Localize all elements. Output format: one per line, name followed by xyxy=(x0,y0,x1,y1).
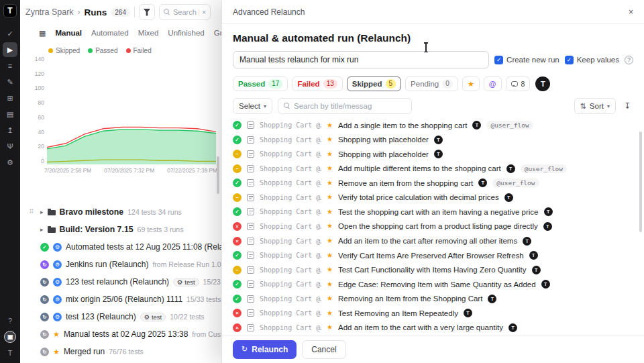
runs-search[interactable]: × xyxy=(159,4,211,20)
run-row[interactable]: ⠿ ▸ 123 test relaunch (Relaunch) test 15… xyxy=(20,273,221,291)
chevron-right-icon[interactable]: ▸ xyxy=(40,226,44,233)
tab[interactable]: Mixed xyxy=(138,29,159,37)
run-status-icon xyxy=(40,260,49,269)
status-filter-chip[interactable]: Skipped 5 xyxy=(347,76,401,91)
sidebar-icon[interactable]: ✎ xyxy=(3,74,17,89)
run-row[interactable]: ⠿ ▸ Bravo milestone 124 tests 34 runs xyxy=(20,203,221,221)
test-status-icon xyxy=(233,150,241,158)
y-tick-label: 0 xyxy=(41,158,44,164)
assignee-avatar: T xyxy=(434,150,443,158)
view-grid-icon[interactable]: ▦ xyxy=(39,29,46,38)
help-icon[interactable]: ? xyxy=(625,56,633,64)
keep-values-checkbox[interactable]: ✓ Keep values xyxy=(565,56,619,64)
test-row[interactable]: Shopping Cart @… ★ Verify total price ca… xyxy=(233,191,633,205)
sidebar-icon[interactable]: ▶ xyxy=(3,42,17,57)
sidebar-icon[interactable]: ▤ xyxy=(3,107,17,121)
test-row[interactable]: Shopping Cart @… ★ Add an item to the ca… xyxy=(233,234,633,248)
run-row[interactable]: ⠿ ▸ mix origin 25/06 (Relaunch) 1111 15/… xyxy=(20,291,221,308)
test-list-scrollbar[interactable] xyxy=(639,132,642,232)
run-type-icon xyxy=(53,348,60,356)
create-new-run-checkbox[interactable]: ✓ Create new run xyxy=(494,56,559,64)
run-row[interactable]: ⠿ ▸ test 123 (Relaunch) test 10/22 tests xyxy=(20,308,221,325)
x-tick-label: 07/20/2025 7:32 PM xyxy=(104,167,154,174)
legend-label: Failed xyxy=(133,47,152,54)
relaunch-button[interactable]: ↻ Relaunch xyxy=(233,340,297,359)
run-row[interactable]: ⠿ ▸ Build: Version 7.15 69 tests 3 runs xyxy=(20,221,221,238)
status-filter-chip[interactable]: Passed 17 xyxy=(233,76,288,91)
clear-search-icon[interactable]: × xyxy=(202,9,206,16)
filter-button[interactable] xyxy=(139,4,155,20)
sidebar-icon[interactable]: ≡ xyxy=(3,58,17,73)
sidebar-icon[interactable]: ↥ xyxy=(3,123,17,138)
chart-legend: Skipped Passed Failed xyxy=(48,47,221,54)
sidebar-icon[interactable]: ⊞ xyxy=(3,91,17,105)
mention-filter-chip[interactable]: @ xyxy=(484,76,502,91)
search-icon xyxy=(284,103,290,109)
chevron-right-icon[interactable]: ▸ xyxy=(40,209,44,215)
select-dropdown[interactable]: Select ▾ xyxy=(233,98,272,114)
comment-count: 8 xyxy=(521,80,525,88)
test-status-icon xyxy=(233,193,241,202)
test-row[interactable]: Shopping Cart @… ★ Add multiple differen… xyxy=(233,162,633,176)
comments-filter-chip[interactable]: 8 xyxy=(506,76,531,91)
test-row[interactable]: Shopping Cart @… ★ Shopping with placeho… xyxy=(233,133,633,148)
close-icon[interactable]: × xyxy=(629,7,633,17)
runs-tabs: ▦ Manual Automated Mixed Unfinished Grou… xyxy=(20,24,221,42)
test-row[interactable]: Shopping Cart @… ★ Edge Case: Removing I… xyxy=(233,277,633,292)
test-row[interactable]: Shopping Cart @… ★ Remove an item from t… xyxy=(233,176,633,191)
test-row[interactable]: Shopping Cart @… ★ Verify Cart Items Are… xyxy=(233,248,633,263)
run-meta: 76/76 tests xyxy=(109,348,143,356)
run-row[interactable]: ⠿ ▸ Merged run 76/76 tests xyxy=(20,343,221,360)
star-icon: ★ xyxy=(327,281,333,288)
test-row[interactable]: Shopping Cart @… ★ Add an item to the ca… xyxy=(233,320,633,335)
test-title: Add a single item to the shopping cart xyxy=(338,121,467,129)
drag-handle-icon[interactable]: ⠿ xyxy=(30,209,34,215)
test-row[interactable]: Shopping Cart @… ★ Open the shopping car… xyxy=(233,219,633,234)
sidebar-bottom-icon[interactable]: T xyxy=(4,347,16,359)
tab[interactable]: Unfinished xyxy=(168,29,204,37)
sidebar-icon[interactable]: ✓ xyxy=(3,26,17,41)
tests-search-input[interactable] xyxy=(294,102,406,110)
user-avatar[interactable]: T xyxy=(535,76,550,91)
app-logo[interactable]: T xyxy=(3,4,17,17)
run-row[interactable]: ⠿ ▸ Manual tests at 02 Aug 2025 13:38 fr… xyxy=(20,325,221,343)
test-row[interactable]: Shopping Cart @… ★ Test the shopping car… xyxy=(233,205,633,219)
sidebar-icon[interactable]: ⚙ xyxy=(3,155,17,170)
run-type-icon xyxy=(53,243,62,252)
flaky-filter-chip[interactable]: ★ xyxy=(462,76,480,91)
sort-dropdown[interactable]: ⇅ Sort ▾ xyxy=(574,98,616,114)
run-name: Jenkins run (Relaunch) xyxy=(66,260,148,269)
run-name-input[interactable] xyxy=(233,51,489,68)
run-row[interactable]: ⠿ ▸ Automated tests at 12 Aug 2025 11:08… xyxy=(20,238,221,256)
tests-search[interactable] xyxy=(278,98,412,114)
run-name-row: ✓ Create new run ✓ Keep values ? xyxy=(233,51,633,68)
breadcrumb-brand[interactable]: Zyntra Spark xyxy=(25,7,74,17)
download-icon[interactable]: ↧ xyxy=(621,101,633,111)
run-type-icon xyxy=(53,260,62,269)
test-row[interactable]: Shopping Cart @… ★ Shopping with placeho… xyxy=(233,147,633,162)
status-filter-chip[interactable]: Failed 13 xyxy=(292,76,342,91)
cancel-button[interactable]: Cancel xyxy=(302,340,345,359)
chip-label: Skipped xyxy=(352,80,382,88)
test-row[interactable]: Shopping Cart @… ★ Removing an Item from… xyxy=(233,291,633,306)
left-panel-scrollbar[interactable] xyxy=(217,156,219,194)
test-row[interactable]: Shopping Cart @… ★ Test Cart Functionali… xyxy=(233,262,633,277)
run-origin: from Release Run 1.0 xyxy=(152,260,221,268)
sidebar-icon[interactable]: Ψ xyxy=(3,139,17,154)
tab[interactable]: Manual xyxy=(55,29,82,37)
sidebar-bottom-icon[interactable]: ? xyxy=(4,315,16,327)
status-filter-chip[interactable]: Pending 0 xyxy=(405,76,458,91)
run-row[interactable]: ⠿ ▸ Jenkins run (Relaunch) from Release … xyxy=(20,256,221,273)
page-title: Runs xyxy=(85,7,107,17)
test-row[interactable]: Shopping Cart @… ★ Add a single item to … xyxy=(233,118,633,133)
y-tick-label: 100 xyxy=(35,85,44,91)
tab[interactable]: Automated xyxy=(91,29,129,37)
runs-search-input[interactable] xyxy=(173,8,199,16)
modal-footer: ↻ Relaunch Cancel xyxy=(222,335,644,363)
chip-count-badge: 0 xyxy=(442,79,453,89)
test-row[interactable]: Shopping Cart @… ★ Test Removing an Item… xyxy=(233,306,633,321)
calendar-icon xyxy=(247,223,254,230)
sidebar-bottom-icon[interactable]: ▣ xyxy=(4,331,16,343)
star-icon: ★ xyxy=(468,80,474,89)
select-label: Select xyxy=(239,102,260,110)
